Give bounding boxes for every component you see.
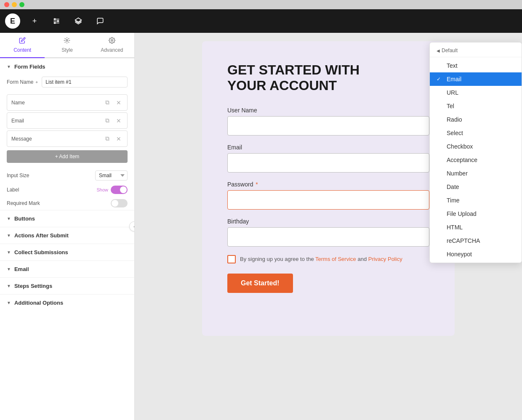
collect-header[interactable]: ▼ Collect Submissions <box>0 244 134 261</box>
email-label: Email <box>227 144 429 151</box>
field-name-delete[interactable]: ✕ <box>115 98 123 107</box>
collect-arrow: ▼ <box>7 250 11 255</box>
label-row: Label Show <box>0 183 134 197</box>
dropdown-item-recaptcha[interactable]: reCAPTCHA <box>430 234 522 247</box>
field-message-copy[interactable]: ⧉ <box>104 134 111 143</box>
add-item-button[interactable]: + Add Item <box>7 150 128 163</box>
form-name-row: Form Name ✦ <box>0 75 134 93</box>
input-size-row: Input Size Small Medium Large <box>0 168 134 183</box>
dropdown-item-tel[interactable]: Tel <box>430 99 522 113</box>
additional-header[interactable]: ▼ Additional Options <box>0 295 134 311</box>
form-name-label: Form Name ✦ <box>7 79 38 85</box>
actions-header[interactable]: ▼ Actions After Submit <box>0 227 134 244</box>
terms-link[interactable]: Terms of Service <box>315 256 356 262</box>
dropdown-item-file-upload[interactable]: File Upload <box>430 207 522 221</box>
collect-title: Collect Submissions <box>14 249 68 255</box>
terms-checkbox[interactable] <box>227 255 236 263</box>
steps-section: ▼ Steps Settings <box>0 277 134 294</box>
minimize-button[interactable] <box>12 2 17 7</box>
buttons-arrow: ▼ <box>7 216 11 221</box>
input-size-select[interactable]: Small Medium Large <box>95 170 128 181</box>
submit-button[interactable]: Get Started! <box>227 274 293 293</box>
field-email-delete[interactable]: ✕ <box>115 117 123 125</box>
label-toggle[interactable] <box>111 186 128 194</box>
dropdown-item-honeypot[interactable]: Honeypot <box>430 247 522 261</box>
email-arrow: ▼ <box>7 267 11 271</box>
password-input[interactable] <box>227 190 429 210</box>
privacy-link[interactable]: Privacy Policy <box>368 256 402 262</box>
chat-button[interactable] <box>93 13 108 29</box>
additional-arrow: ▼ <box>7 300 11 305</box>
steps-header[interactable]: ▼ Steps Settings <box>0 278 134 294</box>
birthday-label: Birthday <box>227 218 429 225</box>
field-username: User Name <box>227 107 429 136</box>
field-item-email[interactable]: Email ⧉ ✕ <box>7 112 128 129</box>
dropdown-item-email[interactable]: ✓ Email <box>430 72 522 86</box>
terms-row: By signing up you agree to the Terms of … <box>227 255 429 263</box>
settings-button[interactable] <box>49 13 64 29</box>
tab-style-label: Style <box>61 47 73 53</box>
dropdown-item-acceptance[interactable]: Acceptance <box>430 153 522 167</box>
form-name-input[interactable] <box>42 77 128 88</box>
ai-icon: ✦ <box>35 80 38 85</box>
dropdown-item-time[interactable]: Time <box>430 194 522 207</box>
field-name-copy[interactable]: ⧉ <box>104 98 111 107</box>
password-label: Password * <box>227 181 429 188</box>
username-input[interactable] <box>227 116 429 136</box>
tab-advanced[interactable]: Advanced <box>90 33 134 58</box>
buttons-header[interactable]: ▼ Buttons <box>0 210 134 227</box>
maximize-button[interactable] <box>19 2 24 7</box>
buttons-title: Buttons <box>14 215 35 222</box>
required-mark-toggle[interactable] <box>111 199 128 207</box>
dropdown-item-radio[interactable]: Radio <box>430 113 522 126</box>
form-fields-header[interactable]: ▼ Form Fields <box>0 58 134 75</box>
dropdown-item-html[interactable]: HTML <box>430 221 522 234</box>
email-input[interactable] <box>227 153 429 173</box>
add-button[interactable]: + <box>27 13 42 29</box>
elementor-logo[interactable]: E <box>5 13 20 29</box>
tab-style[interactable]: Style <box>45 33 89 58</box>
terms-text: By signing up you agree to the Terms of … <box>240 256 402 262</box>
dropdown-header: ◀ Default <box>430 44 522 57</box>
field-item-message[interactable]: Message ⧉ ✕ <box>7 130 128 147</box>
actions-section: ▼ Actions After Submit <box>0 227 134 244</box>
birthday-input[interactable] <box>227 227 429 247</box>
content-icon <box>19 37 26 45</box>
svg-point-5 <box>54 22 56 24</box>
svg-point-8 <box>111 40 113 41</box>
field-item-name[interactable]: Name ⧉ ✕ <box>7 94 128 111</box>
svg-point-4 <box>57 21 59 22</box>
email-title: Email <box>14 266 29 272</box>
dropdown-item-select[interactable]: Select <box>430 126 522 140</box>
layers-button[interactable] <box>71 13 86 29</box>
email-section: ▼ Email <box>0 261 134 277</box>
toolbar: E + <box>0 9 522 33</box>
close-button[interactable] <box>4 2 9 7</box>
form-card: GET STARTED WITH YOUR ACCOUNT User Name … <box>202 41 455 336</box>
email-header[interactable]: ▼ Email <box>0 261 134 277</box>
field-email-label: Email <box>11 118 100 124</box>
required-mark: * <box>256 181 258 188</box>
field-message-delete[interactable]: ✕ <box>115 135 123 143</box>
tab-content[interactable]: Content <box>0 33 45 58</box>
dropdown-item-checkbox[interactable]: Checkbox <box>430 140 522 153</box>
style-icon <box>64 37 70 45</box>
actions-arrow: ▼ <box>7 233 11 238</box>
label-toggle-label: Label <box>7 187 96 193</box>
field-type-dropdown: ◀ Default Text ✓ Email URL Tel Radio <box>429 42 522 263</box>
dropdown-item-number[interactable]: Number <box>430 167 522 180</box>
field-name-label: Name <box>11 100 100 106</box>
buttons-section: ▼ Buttons <box>0 210 134 227</box>
form-title: GET STARTED WITH YOUR ACCOUNT <box>227 62 429 93</box>
field-message-label: Message <box>11 136 100 142</box>
dropdown-item-date[interactable]: Date <box>430 180 522 194</box>
dropdown-item-url[interactable]: URL <box>430 86 522 99</box>
field-email: Email <box>227 144 429 173</box>
label-show-text: Show <box>96 187 108 192</box>
tab-advanced-label: Advanced <box>101 47 123 53</box>
svg-point-7 <box>66 40 68 41</box>
tab-content-label: Content <box>13 47 31 53</box>
username-label: User Name <box>227 107 429 114</box>
field-email-copy[interactable]: ⧉ <box>104 116 111 125</box>
dropdown-item-text[interactable]: Text <box>430 59 522 72</box>
